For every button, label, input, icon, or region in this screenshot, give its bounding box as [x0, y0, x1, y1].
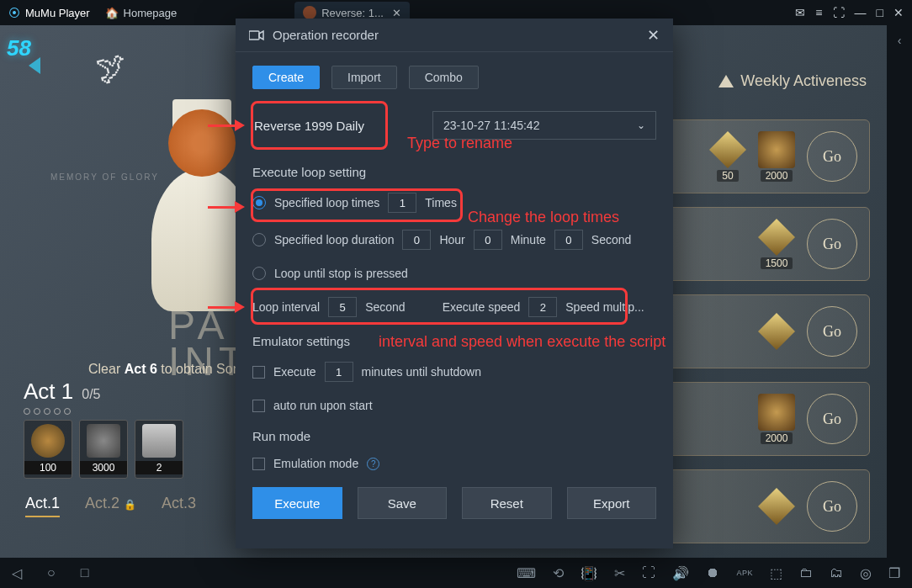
nav-back-icon[interactable]: ◁: [12, 565, 22, 581]
weekly-activeness[interactable]: Weekly Activeness: [718, 72, 867, 90]
save-button[interactable]: Save: [358, 487, 448, 519]
maximize-icon[interactable]: □: [877, 6, 883, 19]
rotate-icon[interactable]: ⟲: [553, 565, 564, 581]
second-input[interactable]: [554, 230, 583, 250]
home-icon[interactable]: 🏠: [105, 7, 119, 19]
emulation-checkbox[interactable]: [252, 458, 265, 470]
hud-number: 58: [7, 35, 31, 61]
minute-unit: Minute: [511, 233, 546, 246]
act-tab[interactable]: Act.3: [162, 495, 196, 517]
go-button[interactable]: Go: [807, 219, 857, 269]
keyboard-icon[interactable]: ⌨: [517, 565, 536, 581]
location-icon[interactable]: ◎: [860, 565, 872, 581]
shake-icon[interactable]: 📳: [581, 565, 597, 581]
autorun-label: auto run upon start: [273, 399, 373, 412]
loop-until-radio[interactable]: [252, 267, 266, 280]
loop-times-input[interactable]: [388, 193, 416, 213]
autorun-checkbox[interactable]: [252, 400, 265, 412]
fullscreen-icon[interactable]: ⛶: [642, 565, 655, 580]
task-card: Go: [668, 294, 870, 368]
shutdown-checkbox[interactable]: [252, 366, 265, 379]
act-header: Act 1 0/5: [24, 379, 234, 405]
card-item: 50: [709, 131, 746, 182]
reset-button[interactable]: Reset: [462, 487, 552, 519]
mumu-logo-icon: ⦿: [8, 6, 20, 19]
execute-button[interactable]: Execute: [252, 487, 342, 519]
menu-icon[interactable]: ≡: [815, 6, 822, 19]
go-button[interactable]: Go: [807, 131, 857, 182]
tab-close-icon[interactable]: ✕: [392, 7, 401, 19]
folder-icon[interactable]: 🗀: [799, 565, 813, 580]
interval-label: Loop interval: [252, 300, 320, 314]
loop-until-label: Loop until stop is pressed: [274, 267, 408, 280]
hour-input[interactable]: [402, 230, 431, 250]
act-count: 0/5: [82, 387, 100, 402]
interval-input[interactable]: [328, 297, 357, 317]
apk-label[interactable]: APK: [736, 569, 753, 577]
shutdown-input[interactable]: [325, 362, 353, 382]
reward-item[interactable]: 3000: [79, 420, 128, 479]
screenshot-icon[interactable]: ✂: [614, 565, 625, 581]
loop-section-title: Execute loop setting: [252, 165, 656, 179]
chevron-down-icon: ⌄: [637, 119, 645, 131]
speed-input[interactable]: [528, 297, 557, 317]
dialog-title: Operation recorder: [273, 28, 647, 42]
autorun-row: auto run upon start: [252, 399, 656, 412]
nav-home-icon[interactable]: ○: [47, 565, 56, 580]
loop-duration-radio[interactable]: [252, 233, 266, 246]
crop-icon[interactable]: ⬚: [770, 565, 782, 581]
speed-label: Execute speed: [443, 300, 521, 314]
dialog-close-icon[interactable]: ✕: [647, 26, 660, 45]
record-icon[interactable]: ⏺: [706, 565, 719, 580]
mail-icon[interactable]: ✉: [795, 6, 805, 19]
nav-recent-icon[interactable]: □: [81, 565, 89, 580]
loop-times-radio[interactable]: [252, 196, 266, 209]
act-tab[interactable]: Act.2 🔒: [85, 495, 136, 517]
expand-icon[interactable]: ⛶: [833, 6, 845, 19]
weekly-label: Weekly Activeness: [740, 72, 867, 90]
card-item: 1500: [758, 219, 795, 269]
minimize-icon[interactable]: ―: [855, 6, 867, 19]
help-icon[interactable]: ?: [367, 458, 379, 470]
speed-unit: Speed multip...: [565, 300, 644, 314]
second-unit: Second: [591, 233, 631, 246]
create-tab[interactable]: Create: [252, 66, 320, 89]
lock-icon: 🔒: [124, 499, 136, 511]
task-card: 2000 Go: [668, 382, 870, 456]
import-tab[interactable]: Import: [331, 66, 397, 89]
loop-times-label: Specified loop times: [274, 196, 379, 209]
chevron-left-icon[interactable]: ‹: [898, 34, 902, 47]
date-select[interactable]: 23-10-27 11:45:42 ⌄: [432, 111, 656, 140]
shutdown-label: Execute: [273, 365, 316, 379]
date-value: 23-10-27 11:45:42: [443, 119, 539, 132]
combo-tab[interactable]: Combo: [409, 66, 479, 89]
back-button-icon[interactable]: [29, 57, 40, 74]
export-button[interactable]: Export: [567, 487, 657, 519]
minute-input[interactable]: [474, 230, 502, 250]
dialog-body: Create Import Combo 23-10-27 11:45:42 ⌄ …: [236, 52, 673, 519]
shutdown-row: Execute minutes until shutdown: [252, 362, 656, 382]
multi-icon[interactable]: 🗂: [830, 565, 843, 580]
homepage-label[interactable]: Homepage: [124, 7, 178, 19]
act-tab[interactable]: Act.1: [25, 495, 60, 517]
bottom-nav-bar: ◁ ○ □ ⌨ ⟲ 📳 ✂ ⛶ 🔊 ⏺ APK ⬚ 🗀 🗂 ◎ ❐: [0, 558, 912, 588]
card-item: [758, 313, 795, 350]
reward-item[interactable]: 2: [135, 420, 183, 479]
right-toolbar: ‹: [887, 25, 912, 558]
task-card: 50 2000 Go: [668, 119, 870, 193]
window-close-icon[interactable]: ✕: [893, 6, 904, 19]
dove-graphic: 🕊: [93, 47, 131, 89]
volume-icon[interactable]: 🔊: [672, 565, 689, 581]
go-button[interactable]: Go: [807, 481, 857, 532]
card-item: 2000: [758, 394, 795, 444]
go-button[interactable]: Go: [807, 394, 857, 444]
window-controls: ✉ ≡ ⛶ ― □ ✕: [795, 6, 904, 19]
reward-item[interactable]: 100: [24, 420, 72, 479]
name-row: 23-10-27 11:45:42 ⌄: [252, 111, 656, 140]
go-button[interactable]: Go: [807, 306, 857, 357]
hour-unit: Hour: [439, 233, 464, 246]
script-name-input[interactable]: [252, 112, 416, 140]
windows-icon[interactable]: ❐: [888, 565, 900, 581]
app-tab-title: Reverse: 1...: [321, 7, 384, 19]
app-avatar-icon: [303, 6, 316, 19]
